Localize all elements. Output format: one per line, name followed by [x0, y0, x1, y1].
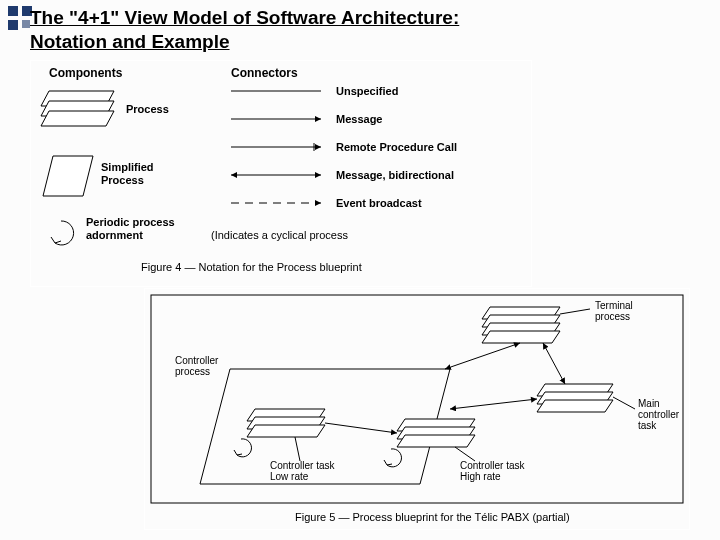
main-controller-task-icon	[537, 384, 613, 412]
label-ct-low-1: Controller task	[270, 460, 335, 471]
controller-task-low-icon	[247, 409, 325, 437]
arrow-terminal-controller	[445, 343, 520, 369]
terminal-process-icon	[482, 307, 560, 343]
svg-marker-9	[482, 331, 560, 343]
periodic-adornment-icon	[51, 221, 74, 245]
label-event: Event broadcast	[336, 197, 422, 209]
periodic-high-icon	[384, 449, 401, 467]
svg-line-22	[455, 447, 475, 461]
process-icon	[41, 91, 114, 126]
label-terminal-1: Terminal	[595, 300, 633, 311]
figure-4-notation: Components Connectors Process Simplified…	[30, 60, 532, 287]
title-line-2: Notation and Example	[30, 31, 230, 52]
label-simplified-2: Process	[101, 174, 144, 186]
label-controller-process-2: process	[175, 366, 210, 377]
label-main-1: Main	[638, 398, 660, 409]
arrow-terminal-main	[543, 343, 565, 384]
label-message: Message	[336, 113, 382, 125]
svg-marker-13	[537, 400, 613, 412]
svg-marker-2	[41, 111, 114, 126]
controller-task-high-icon	[397, 419, 475, 447]
label-bidirectional: Message, bidirectional	[336, 169, 454, 181]
label-main-2: controller	[638, 409, 680, 420]
label-ct-low-2: Low rate	[270, 471, 309, 482]
title-line-1: The "4+1" View Model of Software Archite…	[30, 7, 459, 28]
label-periodic-2: adornment	[86, 229, 143, 241]
label-terminal-2: process	[595, 311, 630, 322]
simplified-process-icon	[43, 156, 93, 196]
svg-line-18	[295, 437, 300, 461]
arrow-main-controller	[450, 399, 537, 409]
label-simplified-1: Simplified	[101, 161, 154, 173]
svg-marker-17	[247, 425, 325, 437]
figure-4-caption: Figure 4 — Notation for the Process blue…	[141, 261, 362, 273]
figure-5-caption: Figure 5 — Process blueprint for the Tél…	[295, 511, 570, 523]
label-process: Process	[126, 103, 169, 115]
heading-connectors: Connectors	[231, 66, 298, 80]
label-ct-high-2: High rate	[460, 471, 501, 482]
svg-line-14	[613, 397, 635, 409]
periodic-low-icon	[234, 439, 251, 457]
heading-components: Components	[49, 66, 123, 80]
slide-title: The "4+1" View Model of Software Archite…	[30, 6, 690, 54]
note-cyclical: (Indicates a cyclical process	[211, 229, 348, 241]
label-periodic-1: Periodic process	[86, 216, 175, 228]
slide: The "4+1" View Model of Software Archite…	[0, 0, 720, 540]
svg-marker-21	[397, 435, 475, 447]
arrow-low-high	[325, 423, 397, 433]
figure-5-example: Controller process Terminal process Main…	[144, 288, 690, 530]
svg-marker-3	[43, 156, 93, 196]
label-ct-high-1: Controller task	[460, 460, 525, 471]
label-unspecified: Unspecified	[336, 85, 398, 97]
svg-line-10	[560, 309, 590, 314]
label-rpc: Remote Procedure Call	[336, 141, 457, 153]
label-controller-process-1: Controller	[175, 355, 219, 366]
label-main-3: task	[638, 420, 657, 431]
